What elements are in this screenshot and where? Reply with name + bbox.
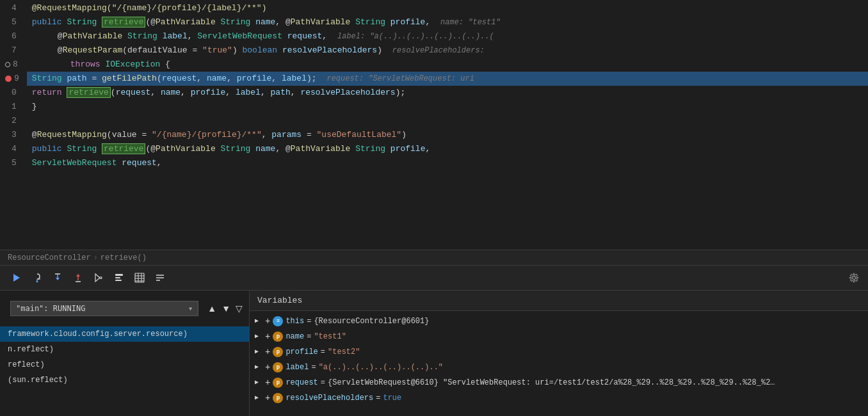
- hint-request: request: "ServletWebRequest: uri: [326, 74, 474, 83]
- expand-arrow-name: ▶: [255, 329, 265, 344]
- line-num-9: 9: [5, 72, 19, 86]
- retrieve-highlight-2: retrieve: [67, 87, 110, 98]
- svg-rect-11: [115, 277, 120, 278]
- svg-point-22: [853, 276, 856, 280]
- svg-rect-10: [115, 274, 123, 276]
- left-panel: "main": RUNNING ▾ ▲ ▼ ▽ framework.cloud.…: [0, 291, 250, 416]
- debug-toolbar: [0, 265, 868, 291]
- line-num-6: 6: [5, 29, 19, 44]
- code-line-1: }: [27, 100, 868, 114]
- code-line-9: String path = getFilePath(request, name,…: [27, 72, 868, 86]
- var-icon-profile: p: [273, 347, 283, 357]
- breadcrumb-method[interactable]: retrieve(): [100, 253, 147, 262]
- line-num-3: 3: [5, 128, 19, 142]
- breadcrumb: ResourceController › retrieve(): [0, 250, 868, 265]
- variables-panel: Variables ▶ + ≡ this = {ResourceControll…: [250, 291, 868, 416]
- hint-name: name: "test1": [440, 18, 501, 27]
- thread-up-button[interactable]: ▲: [206, 302, 218, 315]
- stack-item-0[interactable]: framework.cloud.config.server.resource): [0, 326, 249, 342]
- bottom-panel: "main": RUNNING ▾ ▲ ▼ ▽ framework.cloud.…: [0, 291, 868, 416]
- gear-button[interactable]: [845, 270, 863, 285]
- retrieve-highlight-1: retrieve: [102, 17, 145, 28]
- var-row-profile[interactable]: ▶ + p profile = "test2": [250, 344, 868, 360]
- line-num-8: 8: [5, 58, 19, 72]
- code-line-5b: ServletWebRequest request,: [27, 156, 868, 170]
- expand-arrow-label: ▶: [255, 360, 265, 375]
- hint-label: label: "a(..)..(..)..(..)..(..)..(: [337, 32, 494, 41]
- code-line-5: public String retrieve(@PathVariable Str…: [27, 15, 868, 29]
- variables-list: ▶ + ≡ this = {ResourceController@6601} ▶…: [250, 311, 868, 408]
- stack-item-2[interactable]: reflect): [0, 357, 249, 372]
- svg-marker-5: [56, 278, 60, 280]
- var-icon-resolve: p: [273, 393, 283, 403]
- line-num-1: 1: [5, 100, 19, 114]
- hint-resolve: resolvePlaceholders:: [392, 46, 485, 55]
- thread-down-button[interactable]: ▼: [220, 302, 232, 315]
- line-num-2: 2: [5, 114, 19, 128]
- code-line-3: @RequestMapping(value = "/{name}/{profil…: [27, 128, 868, 142]
- var-row-this[interactable]: ▶ + ≡ this = {ResourceController@6601}: [250, 314, 868, 329]
- line-num-5: 5: [5, 15, 19, 29]
- step-out-button[interactable]: [69, 270, 87, 285]
- var-icon-name: p: [273, 332, 283, 342]
- line-num-7: 7: [5, 44, 19, 58]
- code-line-4: @RequestMapping("/{name}/{profile}/{labe…: [27, 1, 868, 15]
- more-button[interactable]: [151, 270, 169, 285]
- var-row-request[interactable]: ▶ + p request = {ServletWebRequest@6610}…: [250, 375, 868, 390]
- line-num-4b: 4: [5, 142, 19, 156]
- code-editor: 4 5 6 7 8 9 0: [0, 0, 868, 250]
- resume-button[interactable]: [8, 270, 26, 285]
- expand-arrow-request: ▶: [255, 375, 265, 390]
- line-num-4: 4: [5, 1, 19, 15]
- run-cursor-button[interactable]: [90, 270, 108, 285]
- var-icon-this: ≡: [273, 316, 283, 326]
- var-icon-request: p: [273, 378, 283, 388]
- variables-header: Variables: [250, 291, 868, 311]
- line-num-5b: 5: [5, 156, 19, 170]
- code-line-6: @PathVariable String label, ServletWebRe…: [27, 29, 868, 44]
- code-lines: @RequestMapping("/{name}/{profile}/{labe…: [27, 0, 868, 250]
- line-numbers: 4 5 6 7 8 9 0: [0, 0, 27, 250]
- var-row-resolve[interactable]: ▶ + p resolvePlaceholders = true: [250, 390, 868, 406]
- expand-arrow-resolve: ▶: [255, 390, 265, 406]
- code-line-8: throws IOException {: [27, 58, 868, 72]
- breadcrumb-class[interactable]: ResourceController: [8, 253, 91, 262]
- svg-marker-8: [76, 274, 80, 276]
- svg-marker-3: [36, 281, 38, 283]
- svg-marker-0: [13, 274, 20, 282]
- retrieve-highlight-3: retrieve: [102, 143, 145, 154]
- expand-arrow-profile: ▶: [255, 344, 265, 360]
- stack-item-3[interactable]: (sun.reflect): [0, 372, 249, 388]
- svg-marker-1: [38, 278, 41, 280]
- thread-selector[interactable]: "main": RUNNING ▾: [10, 301, 198, 316]
- svg-rect-12: [115, 280, 122, 281]
- step-into-button[interactable]: [49, 270, 67, 285]
- thread-filter-button[interactable]: ▽: [234, 302, 244, 315]
- ide-window: 4 5 6 7 8 9 0: [0, 0, 868, 416]
- step-over-button[interactable]: [28, 270, 46, 285]
- expand-arrow-this: ▶: [255, 314, 265, 329]
- var-row-name[interactable]: ▶ + p name = "test1": [250, 329, 868, 344]
- line-num-0: 0: [5, 86, 19, 100]
- code-line-7: @RequestParam(defaultValue = "true") boo…: [27, 44, 868, 58]
- code-line-4b: public String retrieve(@PathVariable Str…: [27, 142, 868, 156]
- var-icon-label: p: [273, 362, 283, 372]
- table-view-button[interactable]: [131, 270, 149, 285]
- stack-item-1[interactable]: n.reflect): [0, 342, 249, 357]
- code-line-0: return retrieve(request, name, profile, …: [27, 86, 868, 100]
- evaluate-button[interactable]: [110, 270, 128, 285]
- code-line-2: [27, 114, 868, 128]
- var-row-label[interactable]: ▶ + p label = "a(..)..(..)..(..)..(..)..…: [250, 360, 868, 375]
- call-stack-list: framework.cloud.config.server.resource) …: [0, 326, 249, 388]
